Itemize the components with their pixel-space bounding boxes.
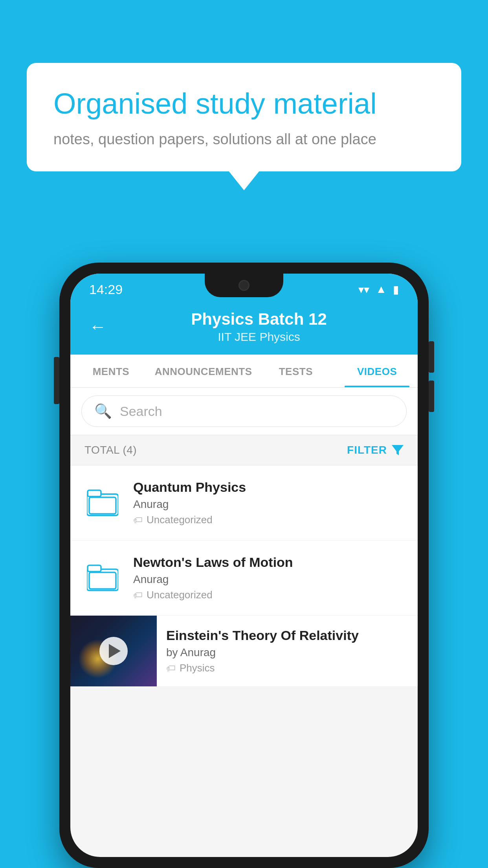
video-info: Quantum Physics Anurag 🏷 Uncategorized	[133, 480, 405, 526]
tab-tests[interactable]: TESTS	[255, 355, 336, 387]
svg-rect-7	[89, 572, 116, 589]
play-button[interactable]	[99, 637, 128, 665]
phone-screen: 14:29 ▾▾ ▲ ▮ ← Physics Batch 12 IIT JEE …	[70, 274, 418, 857]
search-container: 🔍 Search	[70, 388, 418, 435]
tab-announcements[interactable]: ANNOUNCEMENTS	[152, 355, 255, 387]
status-icons: ▾▾ ▲ ▮	[358, 283, 399, 296]
header-title-group: Physics Batch 12 IIT JEE Physics	[119, 310, 399, 344]
video-thumbnail	[70, 616, 157, 686]
list-item[interactable]: Newton's Laws of Motion Anurag 🏷 Uncateg…	[70, 541, 418, 616]
video-author: Anurag	[133, 498, 405, 511]
total-label: TOTAL (4)	[84, 444, 137, 456]
speech-bubble: Organised study material notes, question…	[27, 63, 461, 171]
app-header: ← Physics Batch 12 IIT JEE Physics	[70, 302, 418, 355]
front-camera	[238, 280, 250, 291]
battery-icon: ▮	[393, 283, 399, 296]
header-title: Physics Batch 12	[119, 310, 399, 329]
power-button[interactable]	[54, 357, 59, 404]
svg-marker-0	[392, 445, 404, 455]
video-author: by Anurag	[166, 646, 396, 659]
video-tag: 🏷 Physics	[166, 662, 396, 674]
video-author: Anurag	[133, 573, 405, 586]
speech-bubble-container: Organised study material notes, question…	[27, 63, 461, 171]
play-icon	[109, 644, 121, 658]
video-title: Einstein's Theory Of Relativity	[166, 628, 396, 643]
filter-bar: TOTAL (4) FILTER	[70, 435, 418, 465]
video-folder-icon	[83, 564, 122, 592]
list-item[interactable]: Quantum Physics Anurag 🏷 Uncategorized	[70, 465, 418, 541]
bubble-subtitle: notes, question papers, solutions all at…	[53, 131, 435, 148]
video-info: Newton's Laws of Motion Anurag 🏷 Uncateg…	[133, 555, 405, 601]
tab-ments[interactable]: MENTS	[70, 355, 152, 387]
tag-icon: 🏷	[133, 590, 143, 601]
tab-videos[interactable]: VIDEOS	[336, 355, 418, 387]
back-button[interactable]: ←	[89, 318, 106, 335]
folder-svg-icon	[87, 489, 118, 517]
list-item[interactable]: Einstein's Theory Of Relativity by Anura…	[70, 616, 418, 687]
video-tag: 🏷 Uncategorized	[133, 514, 405, 526]
video-info: Einstein's Theory Of Relativity by Anura…	[157, 617, 405, 685]
svg-rect-4	[89, 497, 116, 514]
svg-rect-6	[88, 565, 101, 572]
bubble-title: Organised study material	[53, 86, 435, 121]
folder-svg-icon	[87, 564, 118, 592]
video-folder-icon	[83, 489, 122, 517]
header-subtitle: IIT JEE Physics	[119, 330, 399, 344]
video-title: Quantum Physics	[133, 480, 405, 495]
video-title: Newton's Laws of Motion	[133, 555, 405, 570]
tag-icon: 🏷	[166, 663, 176, 674]
volume-up-button[interactable]	[429, 341, 434, 373]
tag-icon: 🏷	[133, 515, 143, 526]
status-time: 14:29	[89, 282, 123, 297]
search-placeholder: Search	[120, 404, 162, 419]
search-bar[interactable]: 🔍 Search	[81, 395, 407, 427]
video-list: Quantum Physics Anurag 🏷 Uncategorized	[70, 465, 418, 687]
search-icon: 🔍	[94, 403, 112, 419]
tabs-bar: MENTS ANNOUNCEMENTS TESTS VIDEOS	[70, 355, 418, 388]
filter-icon	[392, 445, 404, 455]
video-tag: 🏷 Uncategorized	[133, 589, 405, 601]
signal-icon: ▲	[376, 283, 387, 296]
volume-down-button[interactable]	[429, 381, 434, 412]
phone-notch	[205, 274, 283, 297]
wifi-icon: ▾▾	[358, 283, 369, 296]
svg-rect-3	[88, 490, 101, 497]
filter-button[interactable]: FILTER	[347, 444, 404, 456]
phone-frame: 14:29 ▾▾ ▲ ▮ ← Physics Batch 12 IIT JEE …	[59, 263, 429, 868]
